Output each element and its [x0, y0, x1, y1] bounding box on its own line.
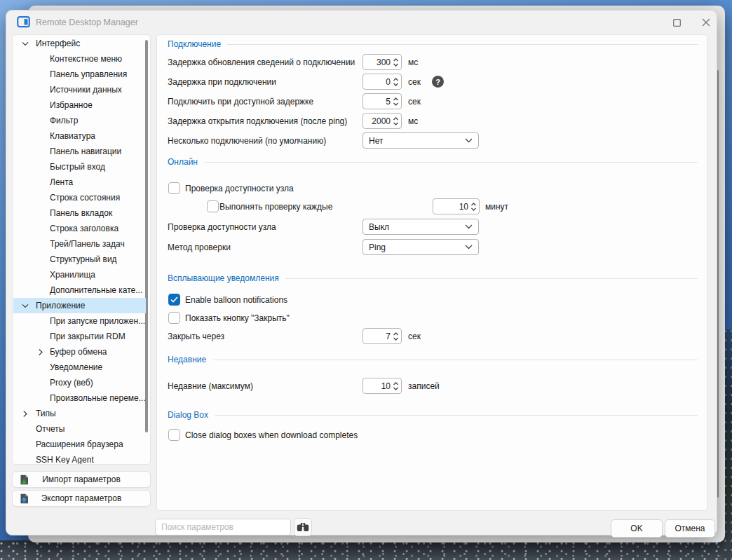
- available-delay-spinner[interactable]: 5: [362, 93, 402, 109]
- check-interval-spinner[interactable]: 10: [433, 198, 480, 214]
- refresh-delay-spinner[interactable]: 300: [362, 54, 402, 70]
- sidebar-item[interactable]: SSH Key Agent: [13, 452, 146, 465]
- sidebar-item-label: Расширения браузера: [36, 439, 123, 449]
- checkbox-label: Показать кнопку "Закрыть": [185, 313, 290, 323]
- close-after-spinner[interactable]: 7: [362, 328, 402, 344]
- sidebar-item-label: При запуске приложен...: [50, 316, 145, 326]
- sidebar-item-label: Панель вкладок: [50, 208, 112, 218]
- spinner-value: 10: [459, 202, 468, 212]
- setting-label: Подключить при доступной задержке: [168, 97, 313, 107]
- setting-label: Задержка при подключении: [168, 77, 276, 87]
- import-settings-button[interactable]: Импорт параметров: [12, 471, 151, 488]
- sidebar-item[interactable]: Произвольные переме...: [13, 390, 146, 406]
- setting-row: Проверка доступности узла Выкл: [157, 219, 707, 235]
- host-check-dropdown[interactable]: Выкл: [362, 219, 479, 235]
- setting-row: Enable balloon notifications: [157, 292, 707, 308]
- check-method-dropdown[interactable]: Ping: [362, 239, 479, 255]
- sidebar-item[interactable]: Proxy (веб): [13, 375, 146, 390]
- sidebar-item[interactable]: Быстрый вход: [13, 159, 146, 175]
- sidebar-item[interactable]: Приложение: [13, 298, 146, 313]
- chevron-down-icon[interactable]: [22, 302, 29, 309]
- unit-label: минут: [485, 202, 508, 212]
- sidebar-item[interactable]: Фильтр: [13, 113, 146, 128]
- check-every-checkbox[interactable]: [207, 200, 219, 212]
- spinner-arrows-icon[interactable]: [393, 381, 399, 392]
- sidebar-item[interactable]: Интерфейс: [13, 36, 146, 51]
- sidebar-item[interactable]: Контекстное меню: [13, 51, 146, 67]
- setting-row: Метод проверки Ping: [157, 239, 707, 256]
- sidebar-item[interactable]: Буфер обмена: [13, 344, 146, 360]
- sidebar-item[interactable]: Лента: [13, 175, 146, 190]
- sidebar-item[interactable]: Уведомление: [13, 360, 146, 375]
- sidebar-item[interactable]: Структурный вид: [13, 252, 146, 267]
- sidebar-item-label: Дополнительные кате...: [50, 285, 142, 295]
- multi-connection-dropdown[interactable]: Нет: [362, 132, 479, 149]
- unit-label: записей: [408, 381, 440, 391]
- setting-row: Проверка доступности узла: [157, 180, 707, 197]
- help-icon[interactable]: ?: [432, 76, 444, 88]
- sidebar-item[interactable]: Строка состояния: [13, 190, 146, 205]
- sidebar-item[interactable]: Отчеты: [13, 421, 146, 437]
- sidebar-item[interactable]: Расширения браузера: [13, 437, 146, 452]
- spinner-arrows-icon[interactable]: [393, 76, 399, 88]
- spinner-arrows-icon[interactable]: [393, 116, 399, 127]
- balloon-notifications-checkbox[interactable]: [168, 294, 180, 306]
- sidebar-item[interactable]: Типы: [13, 406, 146, 421]
- sidebar-item[interactable]: Клавиатура: [13, 128, 146, 144]
- chevron-right-icon[interactable]: [22, 410, 29, 417]
- chevron-down-icon: [465, 138, 473, 143]
- ok-button-label: OK: [630, 524, 642, 533]
- cancel-button[interactable]: Отмена: [665, 519, 715, 538]
- setting-row: Выполнять проверку каждые 10 минут: [157, 198, 707, 215]
- setting-row: Закрыть через 7 сек: [157, 328, 707, 345]
- export-settings-button[interactable]: Экспорт параметров: [12, 490, 151, 507]
- sidebar-item[interactable]: Панель вкладок: [13, 205, 146, 221]
- setting-row: Задержка обновления сведений о подключен…: [157, 54, 707, 71]
- sidebar-item[interactable]: Хранилища: [13, 267, 146, 282]
- unit-label: сек: [408, 97, 421, 107]
- spinner-arrows-icon[interactable]: [393, 331, 399, 342]
- sidebar-item[interactable]: Панель навигации: [13, 144, 146, 159]
- desktop: Remote Desktop Manager ИнтерфейсКонтекст…: [0, 0, 732, 560]
- sidebar-item[interactable]: Трей/Панель задач: [13, 236, 146, 252]
- dropdown-value: Нет: [369, 136, 465, 146]
- footer-bar: OK Отмена: [6, 512, 717, 536]
- search-button[interactable]: [294, 518, 312, 536]
- sidebar-item[interactable]: При закрытии RDM: [13, 329, 146, 344]
- sidebar-item[interactable]: Источники данных: [13, 82, 146, 97]
- titlebar[interactable]: Remote Desktop Manager: [6, 11, 717, 34]
- host-availability-checkbox[interactable]: [168, 182, 180, 194]
- spinner-arrows-icon[interactable]: [470, 201, 477, 212]
- setting-row: Показать кнопку "Закрыть": [157, 310, 707, 327]
- sidebar-item-label: Клавиатура: [50, 131, 95, 141]
- chevron-right-icon[interactable]: [37, 348, 44, 355]
- settings-dialog: Remote Desktop Manager ИнтерфейсКонтекст…: [6, 10, 717, 535]
- sidebar-item-label: Интерфейс: [36, 39, 80, 48]
- connect-delay-spinner[interactable]: 0: [362, 74, 402, 90]
- open-delay-spinner[interactable]: 2000: [362, 113, 402, 129]
- search-input[interactable]: [155, 519, 291, 535]
- setting-label: Недавние (максимум): [168, 381, 253, 391]
- close-dialog-checkbox[interactable]: [168, 429, 180, 441]
- sidebar-item[interactable]: Строка заголовка: [13, 221, 146, 236]
- dropdown-value: Выкл: [369, 222, 465, 232]
- sidebar-item-label: Буфер обмена: [50, 347, 107, 357]
- sidebar-item-label: Структурный вид: [50, 254, 117, 264]
- spinner-arrows-icon[interactable]: [393, 57, 399, 68]
- chevron-down-icon[interactable]: [22, 40, 29, 47]
- sidebar-item[interactable]: Избранное: [13, 97, 146, 113]
- setting-row: Close dialog boxes when download complet…: [157, 427, 707, 444]
- sidebar-item[interactable]: Панель управления: [13, 67, 146, 82]
- ok-button[interactable]: OK: [611, 519, 663, 538]
- maximize-button[interactable]: [667, 13, 686, 32]
- close-button[interactable]: [696, 13, 716, 32]
- sidebar-item[interactable]: Дополнительные кате...: [13, 282, 146, 298]
- sidebar-item-label: Фильтр: [50, 116, 78, 125]
- unit-label: мс: [408, 57, 418, 67]
- sidebar-item[interactable]: При запуске приложен...: [13, 313, 146, 329]
- sidebar-item-label: Панель управления: [50, 69, 127, 79]
- section-title: Онлайн: [168, 157, 198, 167]
- spinner-arrows-icon[interactable]: [393, 96, 399, 107]
- show-close-button-checkbox[interactable]: [168, 312, 180, 324]
- recent-max-spinner[interactable]: 10: [362, 378, 402, 394]
